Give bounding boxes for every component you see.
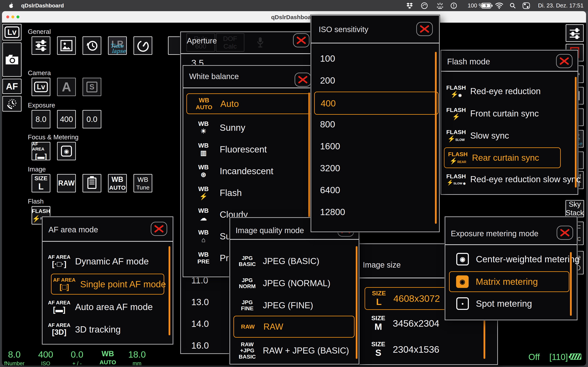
menu-bar: qDslrDashboard 100 % Di. 23. Dez. 17:51 bbox=[0, 0, 588, 11]
flash-option-rear-curtain-selected[interactable]: FLASH⚡REAR Rear curtain sync bbox=[444, 147, 561, 168]
metering-option-matrix-selected[interactable]: ◉ Matrix metering bbox=[449, 271, 569, 292]
flash-scrollbar[interactable] bbox=[575, 77, 577, 188]
sidebar-liveview-button[interactable]: Lv bbox=[2, 24, 22, 41]
spotlight-search-icon[interactable] bbox=[507, 0, 518, 11]
iso-option[interactable]: 1600 bbox=[320, 141, 340, 151]
sidebar-af-button[interactable]: AF bbox=[2, 79, 22, 94]
af-option-auto[interactable]: AF AREA[▬] Auto area AF mode bbox=[46, 297, 164, 317]
camera-shutter-mode-button[interactable]: S bbox=[83, 78, 101, 96]
dropbox-icon[interactable] bbox=[404, 0, 415, 11]
aperture-close-button[interactable] bbox=[293, 33, 310, 47]
flash-option-front-curtain[interactable]: FLASH⚡ Front curtain sync bbox=[444, 104, 573, 123]
camera-liveview-button[interactable]: Lv bbox=[32, 78, 50, 96]
af-close-button[interactable] bbox=[151, 222, 167, 236]
metering-scrollbar[interactable] bbox=[570, 252, 572, 316]
picture-control-button[interactable] bbox=[83, 174, 101, 192]
metering-close-button[interactable] bbox=[557, 226, 573, 240]
lv-icon: Lv bbox=[5, 26, 20, 38]
general-history-button[interactable] bbox=[83, 36, 101, 55]
flash-option-redeye-slow[interactable]: FLASH⚡SLOW ◉ Red-eye reduction slow sync bbox=[444, 169, 577, 189]
wb-option-sunny[interactable]: WB☀ Sunny bbox=[189, 118, 307, 137]
image-size-button[interactable]: SIZE L bbox=[32, 174, 50, 192]
menubar-clock[interactable]: Di. 23. Dez. 17:51 bbox=[535, 0, 587, 11]
af-area-button[interactable]: AF AREA [▬] bbox=[32, 142, 50, 160]
control-center-icon[interactable] bbox=[521, 0, 532, 11]
section-label-exposure: Exposure bbox=[28, 102, 55, 109]
wifi-icon[interactable] bbox=[493, 0, 505, 11]
rail-settings-button[interactable] bbox=[566, 24, 584, 42]
keyboard-brightness-icon[interactable] bbox=[434, 0, 446, 11]
creative-cloud-icon[interactable] bbox=[419, 0, 430, 11]
metering-dialog: Exposure metering mode ◉ Center-weighted… bbox=[445, 217, 577, 320]
status-iso: 400ISO bbox=[35, 350, 56, 367]
menubar-battery-icon[interactable] bbox=[481, 0, 493, 11]
iso-option[interactable]: 6400 bbox=[320, 185, 340, 195]
wb-option-incandescent[interactable]: WB⊛ Incandescent bbox=[189, 161, 307, 181]
quality-scrollbar[interactable] bbox=[356, 246, 357, 359]
af-icon: AF bbox=[6, 81, 18, 92]
wb-option-fluorescent[interactable]: WB▥ Fluorescent bbox=[189, 140, 307, 159]
quality-option-jpeg-normal[interactable]: JPG NORM JPEG (NORMAL) bbox=[234, 273, 354, 294]
status-focal-length: 18.0mm bbox=[126, 350, 148, 367]
metering-option-spot[interactable]: ● Spot metering bbox=[456, 294, 572, 313]
general-lrtimelapse-button[interactable]: LR Time lapse bbox=[108, 36, 127, 55]
window-titlebar[interactable]: qDslrDashboard bbox=[2, 11, 586, 23]
wb-tune-button[interactable]: WB Tune bbox=[133, 174, 152, 192]
section-label-camera: Camera bbox=[28, 69, 51, 77]
general-timer-button[interactable] bbox=[133, 36, 152, 55]
iso-button[interactable]: 400 bbox=[57, 110, 76, 128]
white-balance-button[interactable]: WB AUTO bbox=[108, 174, 127, 192]
af-area-dialog: AF area mode AF AREA[·□·] Dynamic AF mod… bbox=[42, 217, 173, 344]
sidebar-timelapse-button[interactable] bbox=[2, 96, 22, 112]
iso-option[interactable]: 100 bbox=[320, 53, 335, 64]
fnumber-button[interactable]: 8.0 bbox=[32, 110, 50, 128]
timelapse-clock-icon bbox=[6, 98, 18, 110]
aperture-option[interactable]: 13.0 bbox=[191, 297, 209, 307]
size-option-small[interactable]: SIZES 2304x1536 bbox=[366, 339, 488, 360]
section-label-image: Image bbox=[28, 166, 46, 173]
af-option-single-selected[interactable]: AF AREA[□] Single point AF mode bbox=[51, 274, 164, 295]
camera-aperture-mode-button[interactable]: A bbox=[57, 78, 76, 96]
exposure-comp-button[interactable]: 0.0 bbox=[83, 110, 101, 128]
shutter-mode-icon: S bbox=[86, 82, 97, 92]
section-label-focus: Focus & Metering bbox=[28, 133, 78, 141]
apple-menu-icon[interactable] bbox=[8, 0, 15, 11]
general-settings-button[interactable] bbox=[32, 36, 50, 55]
size-caption: SIZE bbox=[35, 175, 48, 182]
metering-dialog-title: Exposure metering mode bbox=[451, 229, 538, 238]
update-status-icon[interactable] bbox=[448, 0, 459, 11]
af-option-3d[interactable]: AF AREA[3D] 3D tracking bbox=[46, 320, 164, 339]
iso-option[interactable]: 200 bbox=[320, 75, 335, 86]
quality-option-jpeg-basic[interactable]: JPG BASIC JPEG (BASIC) bbox=[234, 250, 354, 272]
quality-option-jpeg-fine[interactable]: JPG FINE JPEG (FINE) bbox=[234, 295, 354, 316]
quality-option-raw-jpeg[interactable]: RAW +JPG BASIC RAW + JPEG (BASIC) bbox=[234, 339, 354, 362]
af-scrollbar[interactable] bbox=[169, 246, 170, 335]
flash-close-button[interactable] bbox=[556, 54, 572, 68]
wb-close-button[interactable] bbox=[294, 73, 311, 87]
wb-option-auto-selected[interactable]: WBAUTO Auto bbox=[186, 93, 313, 114]
iso-option[interactable]: 800 bbox=[320, 119, 335, 130]
lv-icon: Lv bbox=[34, 82, 48, 92]
iso-close-button[interactable] bbox=[416, 22, 433, 36]
aperture-option[interactable]: 16.0 bbox=[191, 340, 209, 351]
quality-option-raw-selected[interactable]: RAW RAW bbox=[233, 316, 355, 338]
sky-stack-button[interactable]: Sky Stack bbox=[565, 200, 584, 217]
iso-option[interactable]: 3200 bbox=[320, 163, 340, 173]
sidebar-camera-button[interactable] bbox=[2, 42, 22, 77]
camera-icon bbox=[5, 54, 19, 66]
menu-app-name[interactable]: qDslrDashboard bbox=[20, 0, 65, 11]
wb-auto-caption: AUTO bbox=[109, 184, 126, 191]
metering-button[interactable]: ◉ bbox=[57, 142, 76, 160]
size-letter: L bbox=[38, 182, 44, 192]
af-option-dynamic[interactable]: AF AREA[·□·] Dynamic AF mode bbox=[46, 251, 164, 271]
image-quality-button[interactable]: RAW bbox=[57, 174, 76, 192]
flash-option-redeye[interactable]: FLASH⚡◉ Red-eye reduction bbox=[444, 81, 573, 101]
iso-option-selected[interactable]: 400 bbox=[314, 92, 439, 115]
general-image-button[interactable] bbox=[57, 36, 76, 55]
iso-scrollbar[interactable] bbox=[435, 52, 437, 224]
iso-option[interactable]: 12800 bbox=[320, 207, 345, 217]
flash-option-slow-sync[interactable]: FLASH⚡SLOW Slow sync bbox=[444, 126, 573, 145]
aperture-option[interactable]: 14.0 bbox=[191, 318, 209, 329]
wb-option-flash[interactable]: WB⚡ Flash bbox=[189, 183, 307, 203]
metering-option-center[interactable]: ◉ Center-weighted metering bbox=[456, 249, 572, 269]
